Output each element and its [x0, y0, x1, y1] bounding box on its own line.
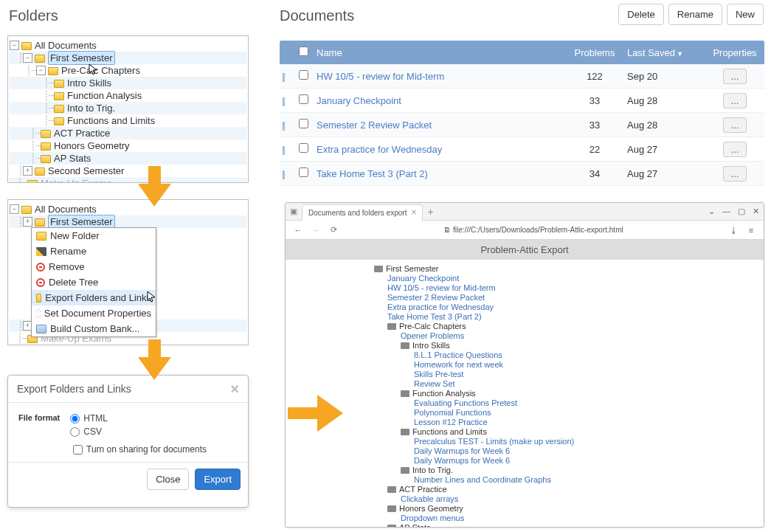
radio-csv-input[interactable]	[70, 427, 80, 437]
ctx-export-folders[interactable]: Export Folders and Links	[32, 290, 156, 305]
close-icon[interactable]: ×	[230, 384, 239, 394]
export-link-label[interactable]: Extra practice for Wednesday	[387, 303, 494, 312]
drag-handle-icon[interactable]: ||	[280, 120, 293, 131]
expander-icon[interactable]: −	[36, 66, 46, 75]
expander-icon[interactable]: −	[23, 53, 32, 63]
tree-row[interactable]: ┊┄Into to Trig.	[10, 102, 246, 114]
export-link[interactable]: Clickable arrays	[300, 494, 749, 504]
export-link-label[interactable]: Skills Pre-test	[414, 370, 463, 379]
export-link[interactable]: Skills Pre-test	[300, 370, 749, 379]
export-link[interactable]: Homework for next week	[300, 360, 749, 370]
ctx-set-properties[interactable]: Set Document Properties	[32, 305, 156, 321]
nav-forward-icon[interactable]: →	[311, 226, 321, 235]
export-link-label[interactable]: Lesson #12 Practice	[414, 418, 488, 427]
minimize-icon[interactable]: —	[722, 207, 730, 216]
export-link[interactable]: Lesson #12 Practice	[300, 418, 749, 427]
window-close-icon[interactable]: ✕	[753, 207, 759, 216]
properties-button[interactable]: ...	[723, 117, 746, 133]
checkbox-sharing-input[interactable]	[73, 445, 83, 455]
tree-row[interactable]: ┊┄Intro Skills	[10, 77, 246, 89]
document-link[interactable]: Extra practice for Wednesday	[317, 144, 442, 155]
ctx-build-bank[interactable]: Build Custom Bank...	[32, 321, 156, 336]
export-link[interactable]: Evaluating Functions Pretest	[300, 398, 749, 408]
tree-row[interactable]: ┊┄Make-Up Exams	[10, 177, 246, 183]
row-checkbox[interactable]	[299, 143, 308, 153]
drag-handle-icon[interactable]: ||	[280, 144, 293, 155]
export-link-label[interactable]: Review Set	[414, 379, 455, 389]
tree-row[interactable]: ┊−First Semester	[10, 52, 246, 64]
export-link-label[interactable]: Number Lines and Coordinate Graphs	[414, 475, 551, 485]
tree-row[interactable]: ┊┄Functions and Limits	[10, 114, 246, 127]
export-link[interactable]: Number Lines and Coordinate Graphs	[300, 475, 749, 485]
chevron-down-icon[interactable]: ⌄	[708, 207, 715, 216]
drag-handle-icon[interactable]: ||	[280, 71, 293, 82]
radio-csv[interactable]: CSV	[70, 426, 108, 437]
export-link-label[interactable]: Clickable arrays	[401, 494, 458, 504]
tab-close-icon[interactable]: ×	[411, 207, 416, 218]
ctx-rename[interactable]: Rename	[32, 243, 156, 259]
properties-button[interactable]: ...	[723, 142, 746, 157]
export-link[interactable]: Daily Warmups for Week 6	[300, 456, 749, 466]
col-name[interactable]: Name	[314, 47, 565, 58]
dialog-close-button[interactable]: Close	[147, 469, 189, 490]
ctx-remove[interactable]: Remove	[32, 259, 156, 274]
export-link[interactable]: Precalculus TEST - Limits (make up versi…	[300, 437, 749, 446]
expander-icon[interactable]: −	[10, 41, 19, 50]
expander-icon[interactable]: +	[23, 217, 32, 227]
drag-handle-icon[interactable]: ||	[280, 95, 293, 106]
properties-button[interactable]: ...	[723, 69, 746, 84]
row-checkbox[interactable]	[299, 167, 308, 177]
tree-row[interactable]: ┊┄−Pre-Calc Chapters	[10, 64, 246, 77]
select-all-checkbox[interactable]	[299, 46, 308, 56]
export-link-label[interactable]: Semester 2 Review Packet	[387, 293, 485, 303]
export-link[interactable]: Dropdown menus	[300, 514, 749, 523]
expander-icon[interactable]: +	[23, 166, 32, 176]
drag-handle-icon[interactable]: ||	[280, 168, 293, 179]
col-last-saved[interactable]: Last Saved▼	[624, 47, 705, 58]
tree-row[interactable]: ┊┄AP Stats	[10, 152, 246, 165]
address-bar[interactable]: 🗎 file:///C:/Users/Downloads/Problem-Att…	[346, 226, 721, 234]
export-link-label[interactable]: Opener Problems	[401, 331, 464, 341]
export-link[interactable]: 8.L.1 Practice Questions	[300, 350, 749, 360]
tree-row[interactable]: −All Documents	[10, 203, 246, 215]
expander-icon[interactable]: −	[10, 204, 19, 214]
col-problems[interactable]: Problems	[565, 47, 624, 58]
ctx-new-folder[interactable]: New Folder	[32, 228, 156, 243]
download-icon[interactable]: ⭳	[728, 226, 739, 235]
export-link[interactable]: HW 10/5 - review for Mid-term	[300, 283, 749, 293]
export-link[interactable]: Take Home Test 3 (Part 2)	[300, 312, 749, 322]
export-link-label[interactable]: Evaluating Functions Pretest	[414, 398, 517, 408]
rename-button[interactable]: Rename	[668, 4, 722, 25]
tree-row[interactable]: ┊┄Honors Geometry	[10, 139, 246, 152]
document-link[interactable]: Semester 2 Review Packet	[317, 120, 432, 131]
export-link-label[interactable]: Take Home Test 3 (Part 2)	[387, 312, 482, 322]
row-checkbox[interactable]	[299, 94, 308, 104]
new-button[interactable]: New	[727, 4, 764, 25]
export-link[interactable]: January Checkpoint	[300, 274, 749, 283]
export-link-label[interactable]: Daily Warmups for Week 6	[414, 456, 510, 466]
nav-reload-icon[interactable]: ⟳	[328, 225, 339, 235]
delete-button[interactable]: Delete	[618, 4, 664, 25]
tree-row[interactable]: ┊+First Semester	[10, 215, 246, 228]
export-link-label[interactable]: Homework for next week	[414, 360, 503, 370]
export-link-label[interactable]: HW 10/5 - review for Mid-term	[387, 283, 496, 293]
export-link-label[interactable]: Dropdown menus	[401, 514, 464, 523]
dialog-export-button[interactable]: Export	[195, 469, 241, 490]
new-tab-icon[interactable]: +	[427, 206, 433, 218]
tree-row[interactable]: ┊┄ACT Practice	[10, 127, 246, 139]
browser-tab[interactable]: Documents and folders export ×	[302, 204, 423, 221]
tree-row[interactable]: ┊┄Function Analysis	[10, 89, 246, 102]
properties-button[interactable]: ...	[723, 93, 746, 108]
export-link-label[interactable]: Polynomial Functions	[414, 408, 491, 418]
document-link[interactable]: January Checkpoint	[317, 95, 401, 106]
tree-row[interactable]: ┊+Second Semester	[10, 165, 246, 177]
tree-row[interactable]: −All Documents	[10, 39, 246, 52]
export-link-label[interactable]: 8.L.1 Practice Questions	[414, 350, 502, 360]
ctx-delete-tree[interactable]: Delete Tree	[32, 274, 156, 290]
export-link[interactable]: Extra practice for Wednesday	[300, 303, 749, 312]
row-checkbox[interactable]	[299, 70, 308, 80]
export-link-label[interactable]: Precalculus TEST - Limits (make up versi…	[414, 437, 574, 446]
properties-button[interactable]: ...	[723, 166, 746, 182]
export-link[interactable]: Review Set	[300, 379, 749, 389]
export-link[interactable]: Opener Problems	[300, 331, 749, 341]
